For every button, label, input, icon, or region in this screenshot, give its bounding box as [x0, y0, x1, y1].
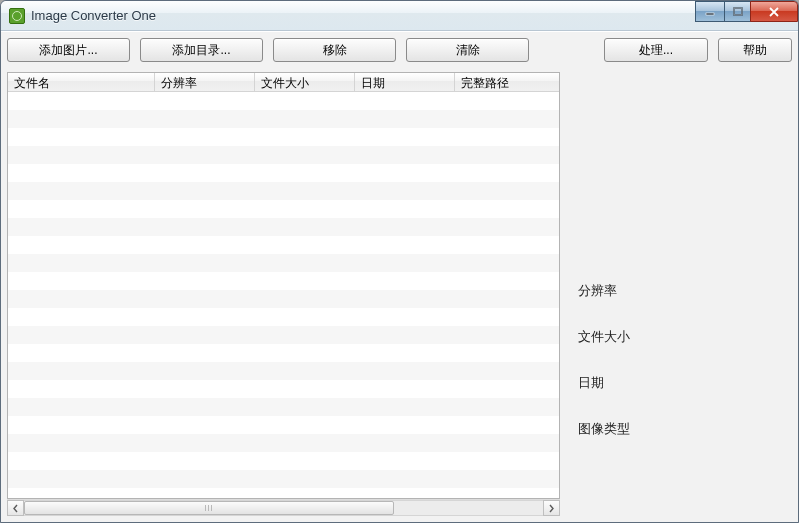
close-icon: [768, 7, 780, 17]
app-window: Image Converter One 添加图片... 添加目录... 移除 清…: [0, 0, 799, 523]
minimize-icon: [705, 7, 715, 17]
info-date-label: 日期: [578, 374, 792, 392]
col-date[interactable]: 日期: [355, 73, 455, 91]
svg-rect-0: [706, 13, 714, 15]
info-resolution-label: 分辨率: [578, 282, 792, 300]
process-button[interactable]: 处理...: [604, 38, 708, 62]
info-panel: 分辨率 文件大小 日期 图像类型: [560, 72, 792, 516]
arrow-left-icon: [12, 504, 19, 513]
table-header: 文件名 分辨率 文件大小 日期 完整路径: [8, 73, 559, 92]
file-table: 文件名 分辨率 文件大小 日期 完整路径: [7, 72, 560, 499]
window-controls: [696, 1, 798, 22]
info-filesize-label: 文件大小: [578, 328, 792, 346]
titlebar[interactable]: Image Converter One: [1, 1, 798, 31]
add-image-button[interactable]: 添加图片...: [7, 38, 130, 62]
horizontal-scrollbar[interactable]: [7, 499, 560, 516]
clear-button[interactable]: 清除: [406, 38, 529, 62]
remove-button[interactable]: 移除: [273, 38, 396, 62]
svg-rect-1: [734, 8, 742, 15]
client-area: 添加图片... 添加目录... 移除 清除 处理... 帮助 文件名 分辨率 文…: [1, 31, 798, 522]
main-content: 文件名 分辨率 文件大小 日期 完整路径: [7, 72, 792, 516]
scroll-right-button[interactable]: [543, 500, 560, 516]
col-filename[interactable]: 文件名: [8, 73, 155, 91]
maximize-icon: [733, 7, 743, 17]
scroll-left-button[interactable]: [7, 500, 24, 516]
col-filesize[interactable]: 文件大小: [255, 73, 355, 91]
scroll-thumb[interactable]: [24, 501, 394, 515]
close-button[interactable]: [750, 1, 798, 22]
help-button[interactable]: 帮助: [718, 38, 792, 62]
col-fullpath[interactable]: 完整路径: [455, 73, 545, 91]
arrow-right-icon: [548, 504, 555, 513]
table-body[interactable]: [8, 92, 559, 498]
info-imagetype-label: 图像类型: [578, 420, 792, 438]
add-folder-button[interactable]: 添加目录...: [140, 38, 263, 62]
file-list-pane: 文件名 分辨率 文件大小 日期 完整路径: [7, 72, 560, 516]
svg-rect-2: [734, 8, 742, 15]
app-icon: [9, 8, 25, 24]
col-resolution[interactable]: 分辨率: [155, 73, 255, 91]
maximize-button[interactable]: [724, 1, 751, 22]
scroll-track[interactable]: [24, 500, 543, 516]
toolbar: 添加图片... 添加目录... 移除 清除 处理... 帮助: [7, 38, 792, 62]
minimize-button[interactable]: [695, 1, 725, 22]
window-title: Image Converter One: [31, 8, 156, 23]
